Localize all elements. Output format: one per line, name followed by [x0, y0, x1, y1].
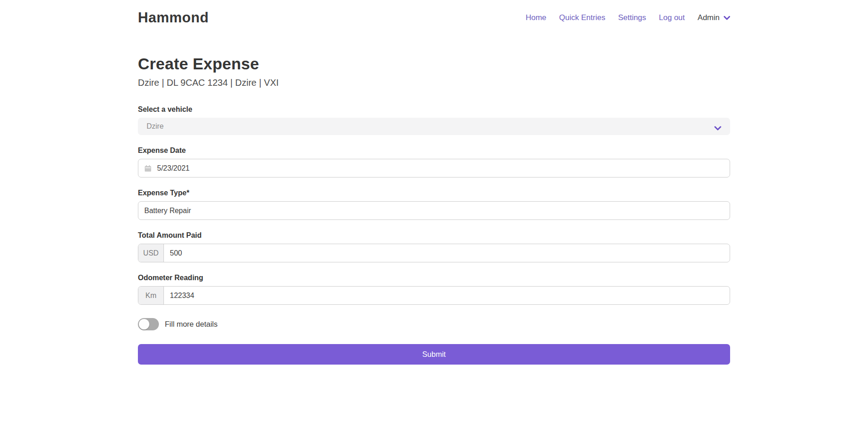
total-amount-label: Total Amount Paid: [138, 231, 730, 240]
fill-more-details-row: Fill more details: [138, 318, 730, 330]
user-menu-label: Admin: [698, 13, 720, 22]
expense-date-label: Expense Date: [138, 146, 730, 155]
currency-addon: USD: [138, 244, 164, 262]
vehicle-select[interactable]: Dzire: [138, 118, 730, 135]
expense-type-input-wrap: [138, 201, 730, 220]
vehicle-label: Select a vehicle: [138, 105, 730, 114]
nav-menu: Home Quick Entries Settings Log out Admi…: [526, 13, 730, 22]
expense-date-field: Expense Date: [138, 146, 730, 178]
submit-button[interactable]: Submit: [138, 344, 730, 365]
nav-item-home[interactable]: Home: [526, 13, 546, 22]
expense-date-input[interactable]: [152, 159, 730, 177]
vehicle-summary: Dzire | DL 9CAC 1234 | Dzire | VXI: [138, 78, 730, 88]
chevron-down-icon: [714, 124, 721, 129]
odometer-label: Odometer Reading: [138, 274, 730, 282]
fill-more-details-label: Fill more details: [165, 320, 218, 329]
expense-type-field: Expense Type*: [138, 189, 730, 220]
total-amount-input-wrap: USD: [138, 244, 730, 262]
odometer-input[interactable]: [164, 287, 730, 304]
expense-type-input[interactable]: [138, 202, 730, 219]
create-expense-page: Create Expense Dzire | DL 9CAC 1234 | Dz…: [138, 55, 730, 365]
fill-more-details-toggle[interactable]: [138, 318, 159, 330]
nav-item-quick-entries[interactable]: Quick Entries: [559, 13, 605, 22]
navbar: Hammond Home Quick Entries Settings Log …: [0, 0, 868, 36]
chevron-down-icon: [724, 16, 730, 20]
create-expense-form: Select a vehicle Dzire Expense Date: [138, 105, 730, 365]
total-amount-field: Total Amount Paid USD: [138, 231, 730, 262]
page-title: Create Expense: [138, 55, 730, 73]
user-menu-admin[interactable]: Admin: [698, 13, 730, 22]
expense-date-input-wrap: [138, 159, 730, 178]
brand-logo[interactable]: Hammond: [138, 10, 209, 26]
calendar-icon: [144, 165, 152, 172]
nav-item-logout[interactable]: Log out: [659, 13, 685, 22]
odometer-field: Odometer Reading Km: [138, 274, 730, 305]
total-amount-input[interactable]: [164, 244, 730, 262]
vehicle-select-value: Dzire: [147, 122, 163, 131]
expense-type-label: Expense Type*: [138, 189, 730, 197]
odometer-input-wrap: Km: [138, 286, 730, 305]
distance-unit-addon: Km: [138, 287, 164, 304]
vehicle-field: Select a vehicle Dzire: [138, 105, 730, 135]
nav-item-settings[interactable]: Settings: [618, 13, 646, 22]
toggle-knob: [139, 319, 149, 329]
